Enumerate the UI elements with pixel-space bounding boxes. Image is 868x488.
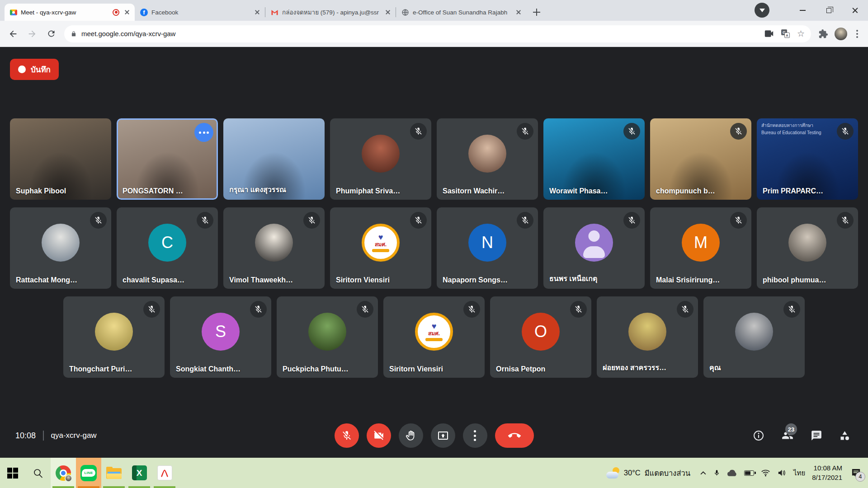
taskbar-search-button[interactable] (25, 458, 51, 488)
tab-meet[interactable]: Meet - qya-xcrv-gaw (5, 4, 135, 21)
chat-button[interactable] (811, 430, 822, 441)
tab-eoffice[interactable]: e-Office of Suan Sunandha Rajabh (396, 4, 526, 21)
back-button[interactable] (5, 25, 22, 42)
mic-muted-icon (837, 212, 854, 229)
tab-gmail[interactable]: กล่องจดหมาย (579) - apinya.ju@ssr (265, 4, 396, 21)
participant-tile[interactable]: Phumiphat Sriva… (330, 118, 431, 200)
activities-button[interactable] (839, 430, 851, 442)
participant-tile[interactable]: NNapaporn Songs… (437, 207, 538, 289)
participant-name: ธนพร เหนือเกตุ (549, 273, 640, 284)
clock-time: 10:08 AM (812, 464, 842, 473)
participant-tile[interactable]: MMalai Srisirirung… (650, 207, 751, 289)
tray-clock[interactable]: 10:08 AM 8/17/2021 (812, 464, 842, 482)
tray-battery-icon[interactable] (744, 470, 754, 476)
tab-facebook[interactable]: f Facebook (135, 4, 265, 21)
participant-tile[interactable]: Rattachat Mong… (10, 207, 111, 289)
url-text[interactable]: meet.google.com/qya-xcrv-gaw (81, 30, 760, 38)
profile-avatar[interactable] (835, 28, 847, 40)
tab-close-icon[interactable] (123, 8, 131, 16)
mic-muted-icon (250, 301, 267, 318)
participant-tile[interactable]: Suphak Pibool (10, 118, 111, 200)
participant-tile[interactable]: Sasitorn Wachir… (437, 118, 538, 200)
globe-favicon (401, 9, 409, 16)
more-options-button[interactable] (463, 423, 487, 448)
participant-avatar (788, 224, 826, 262)
taskbar-weather-widget[interactable]: 30°C มีแดดบางส่วน (606, 467, 693, 479)
camera-in-use-icon[interactable] (764, 30, 774, 37)
participant-avatar: ♥สมศ. (362, 224, 400, 262)
participant-avatar (255, 224, 293, 262)
participant-tile[interactable]: Worawit Phasa… (543, 118, 645, 200)
taskbar-excel-button[interactable]: X (127, 458, 152, 488)
taskbar-line-button[interactable]: LINE (76, 458, 101, 488)
file-explorer-icon (106, 467, 122, 479)
tab-close-icon[interactable] (384, 8, 392, 16)
extensions-puzzle-icon[interactable] (818, 29, 828, 39)
action-center-button[interactable]: 4 (849, 466, 863, 480)
participant-tile[interactable]: chompunuch b… (650, 118, 751, 200)
meeting-info-button[interactable] (753, 430, 764, 441)
weather-desc: มีแดดบางส่วน (645, 467, 690, 479)
participants-button[interactable]: 23 (781, 430, 794, 441)
more-options-icon (474, 430, 476, 441)
mic-muted-icon (570, 301, 587, 318)
translate-icon[interactable]: G A (781, 29, 790, 38)
raise-hand-button[interactable] (399, 423, 423, 448)
forward-button[interactable] (24, 25, 41, 42)
tile-options-button[interactable] (194, 123, 213, 142)
end-call-button[interactable] (495, 423, 534, 448)
bookmark-star-icon[interactable]: ☆ (797, 29, 805, 38)
window-minimize-button[interactable] (789, 0, 816, 21)
tray-language-indicator[interactable]: ไทย (793, 468, 805, 479)
call-controls (335, 423, 534, 448)
present-screen-button[interactable] (431, 423, 455, 448)
participant-tile[interactable]: ธนพร เหนือเกตุ (543, 207, 645, 289)
participant-tile[interactable]: ♥สมศ.Siritorn Viensiri (330, 207, 431, 289)
participant-tile[interactable]: Thongchart Puri… (63, 296, 165, 378)
tray-chevron-icon[interactable] (700, 470, 707, 475)
weather-icon (606, 467, 620, 479)
tab-title: Facebook (151, 9, 250, 16)
participant-avatar: S (202, 313, 240, 351)
participant-tile[interactable]: phibool phumua… (757, 207, 858, 289)
participant-tile[interactable]: SSongkiat Chanth… (170, 296, 271, 378)
participant-tile[interactable]: Puckpicha Phutu… (277, 296, 378, 378)
meeting-code[interactable]: qya-xcrv-gaw (51, 431, 97, 440)
participant-avatar (735, 313, 773, 351)
media-controls-button[interactable] (755, 3, 769, 18)
participant-tile[interactable]: Vimol Thaweekh… (223, 207, 325, 289)
new-tab-button[interactable] (530, 5, 543, 19)
tray-onedrive-icon[interactable] (727, 469, 737, 477)
tab-close-icon[interactable] (514, 8, 523, 16)
participant-tile[interactable]: ♥สมศ.Siritorn Viensiri (383, 296, 485, 378)
window-close-button[interactable] (842, 0, 868, 21)
tray-volume-icon[interactable] (777, 469, 787, 477)
participant-tile[interactable]: OOrnisa Petpon (490, 296, 591, 378)
tab-close-icon[interactable] (253, 8, 261, 16)
participant-tile[interactable]: กรุณา แดงสุวรรณ (223, 118, 325, 200)
toolbar-right (816, 28, 863, 40)
participant-name: Ornisa Petpon (496, 365, 587, 373)
participant-tile[interactable]: PONGSATORN … (117, 118, 218, 200)
participant-tile[interactable]: คุณ (703, 296, 805, 378)
mic-off-button[interactable] (335, 423, 359, 448)
taskbar-chrome-button[interactable] (51, 458, 76, 488)
tray-mic-icon[interactable] (713, 469, 720, 477)
participant-name: Siritorn Viensiri (336, 276, 427, 284)
window-restore-button[interactable] (816, 0, 842, 21)
reload-button[interactable] (42, 25, 60, 42)
camera-off-button[interactable] (367, 423, 391, 448)
participant-tile[interactable]: Cchavalit Supasa… (117, 207, 218, 289)
taskbar-acrobat-button[interactable] (152, 458, 177, 488)
address-bar[interactable]: meet.google.com/qya-xcrv-gaw G A ☆ (64, 25, 811, 42)
windows-taskbar: LINE X 30°C มีแดดบางส่วน (0, 458, 868, 488)
grid-row-2: Rattachat Mong…Cchavalit Supasa…Vimol Th… (0, 207, 868, 289)
tray-wifi-icon[interactable] (761, 469, 770, 477)
participant-tile[interactable]: สำนักทดสอบทางการศึกษาBureau of Education… (757, 118, 858, 200)
taskbar-explorer-button[interactable] (101, 458, 127, 488)
browser-menu-icon[interactable] (856, 30, 858, 38)
start-button[interactable] (0, 458, 25, 488)
participant-tile[interactable]: ฝอยทอง สาครวรร… (597, 296, 698, 378)
participant-avatar: ♥สมศ. (415, 313, 453, 351)
running-indicator (154, 486, 175, 488)
